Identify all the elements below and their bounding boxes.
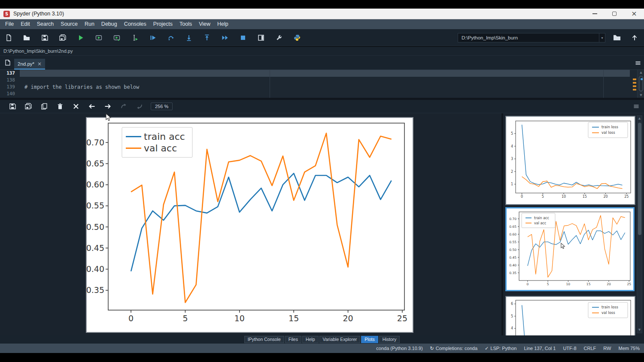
close-button[interactable]: ×: [624, 9, 644, 19]
editor-warning-flags: [633, 78, 636, 92]
menu-bar: FileEditSearchSourceRunDebugConsolesProj…: [0, 19, 644, 29]
pane-tab-history[interactable]: History: [379, 336, 400, 343]
editor-line-137[interactable]: 137: [0, 70, 644, 77]
svg-text:15: 15: [583, 195, 587, 199]
editor-options-button[interactable]: [635, 60, 641, 66]
browse-tabs-button[interactable]: [3, 59, 11, 67]
remove-plot-icon[interactable]: [57, 103, 64, 110]
svg-text:val loss: val loss: [601, 130, 615, 135]
menu-tools[interactable]: Tools: [176, 19, 195, 29]
editor-scrollbar-thumb[interactable]: [639, 76, 643, 91]
plot-thumbnail-loss-2[interactable]: 4560510152025train lossval loss: [505, 296, 635, 335]
editor-line-140[interactable]: 140: [0, 90, 644, 97]
working-directory-combo[interactable]: D:\Python_Imp\Skin_burn ▾: [458, 33, 605, 42]
save-file-icon[interactable]: [41, 34, 48, 41]
minimize-button[interactable]: [585, 9, 605, 19]
save-plot-icon[interactable]: [9, 103, 16, 110]
svg-text:0.65: 0.65: [509, 225, 516, 229]
menu-file[interactable]: File: [2, 19, 17, 29]
open-file-icon[interactable]: [23, 34, 30, 41]
line-number: 137: [0, 70, 20, 77]
svg-text:10: 10: [562, 195, 566, 199]
plots-pane: 0.350.400.450.500.550.600.650.7005101520…: [0, 113, 644, 335]
run-cell-advance-icon[interactable]: [113, 34, 120, 41]
menu-edit[interactable]: Edit: [17, 19, 33, 29]
parent-directory-button[interactable]: [631, 34, 639, 41]
svg-text:0.55: 0.55: [509, 240, 516, 244]
step-into-icon[interactable]: [185, 34, 192, 41]
menu-projects[interactable]: Projects: [150, 19, 176, 29]
status-bar: conda (Python 3.10.9)↻Completions: conda…: [0, 344, 644, 353]
editor-tab-label: 2nd.py*: [18, 61, 34, 66]
maximize-pane-icon[interactable]: [258, 34, 264, 41]
thumb-scroll-down-icon[interactable]: ▼: [637, 327, 642, 333]
plots-options-button[interactable]: [633, 103, 640, 110]
remove-all-plots-icon[interactable]: [73, 103, 79, 110]
svg-text:20: 20: [343, 314, 353, 323]
editor-line-139[interactable]: 139# import the libraries as shown below: [0, 84, 644, 90]
python-logo-icon[interactable]: [294, 34, 301, 41]
run-selection-icon[interactable]: [131, 34, 138, 41]
menu-view[interactable]: View: [195, 19, 214, 29]
preferences-icon[interactable]: [276, 34, 283, 41]
pane-tab-ipython-console[interactable]: IPython Console: [244, 336, 284, 343]
run-file-icon[interactable]: [77, 34, 84, 41]
editor-tab-2nd-py[interactable]: 2nd.py* ×: [14, 59, 45, 69]
save-all-icon[interactable]: [59, 34, 66, 41]
zoom-out-icon[interactable]: [136, 103, 143, 110]
svg-text:3: 3: [511, 157, 513, 161]
spyder-window: S Spyder (Python 3.10) × FileEditSearchS…: [0, 0, 644, 362]
svg-text:2: 2: [511, 170, 513, 174]
pane-tab-bar: IPython ConsoleFilesHelpVariable Explore…: [0, 335, 644, 344]
encoding-status: UTF-8: [563, 346, 576, 351]
menu-debug[interactable]: Debug: [98, 19, 121, 29]
pane-tab-variable-explorer[interactable]: Variable Explorer: [319, 336, 361, 343]
menu-run[interactable]: Run: [81, 19, 98, 29]
zoom-in-icon[interactable]: [120, 103, 127, 110]
thumb-scroll-up-icon[interactable]: ▲: [637, 116, 642, 121]
svg-text:0.40: 0.40: [509, 263, 516, 267]
thumbnails-scrollbar[interactable]: ▲ ▼: [637, 115, 642, 333]
svg-text:5: 5: [542, 195, 544, 199]
restore-button[interactable]: [605, 9, 624, 19]
next-plot-icon[interactable]: [104, 103, 111, 110]
code-editor[interactable]: ▲ ▼ 137138139# import the libraries as s…: [0, 70, 644, 98]
svg-text:1: 1: [511, 182, 513, 186]
svg-text:4: 4: [511, 326, 513, 330]
svg-text:0.70: 0.70: [87, 138, 104, 147]
scroll-down-icon[interactable]: ▼: [638, 93, 644, 98]
menu-help[interactable]: Help: [214, 19, 232, 29]
run-current-line-icon[interactable]: [167, 34, 174, 41]
combo-dropdown-icon[interactable]: ▾: [599, 33, 605, 42]
svg-text:0: 0: [128, 314, 134, 323]
tab-close-icon[interactable]: ×: [37, 61, 42, 67]
svg-text:train loss: train loss: [601, 305, 618, 309]
continue-execution-icon[interactable]: [222, 34, 228, 41]
scroll-up-icon[interactable]: ▲: [638, 70, 644, 75]
editor-scrollbar[interactable]: ▲ ▼: [637, 70, 644, 98]
svg-text:0.60: 0.60: [509, 232, 516, 236]
plot-thumbnail-accuracy-selected[interactable]: 0.350.400.450.500.550.600.650.7005101520…: [505, 207, 635, 291]
debug-file-icon[interactable]: [149, 34, 156, 41]
menu-search[interactable]: Search: [33, 19, 58, 29]
code-text: [20, 70, 630, 77]
new-file-icon[interactable]: [5, 34, 12, 41]
pane-tab-help[interactable]: Help: [302, 336, 319, 343]
svg-text:train acc: train acc: [144, 131, 185, 142]
menu-consoles[interactable]: Consoles: [121, 19, 150, 29]
svg-text:val loss: val loss: [601, 311, 615, 315]
plot-thumbnail-loss-1[interactable]: 123450510152025train lossval loss: [505, 116, 635, 205]
step-return-icon[interactable]: [204, 34, 210, 41]
pane-tab-plots[interactable]: Plots: [361, 336, 378, 343]
browse-directory-button[interactable]: [613, 34, 621, 41]
stop-execution-icon[interactable]: [240, 34, 246, 41]
run-cell-icon[interactable]: [95, 34, 102, 41]
editor-line-138[interactable]: 138: [0, 77, 644, 84]
copy-plot-icon[interactable]: [41, 103, 48, 110]
thumbnails-scrollbar-thumb[interactable]: [638, 123, 641, 235]
svg-text:5: 5: [182, 314, 188, 323]
menu-source[interactable]: Source: [57, 19, 81, 29]
pane-tab-files[interactable]: Files: [285, 336, 301, 343]
save-all-plots-icon[interactable]: [25, 103, 32, 110]
previous-plot-icon[interactable]: [88, 103, 95, 110]
